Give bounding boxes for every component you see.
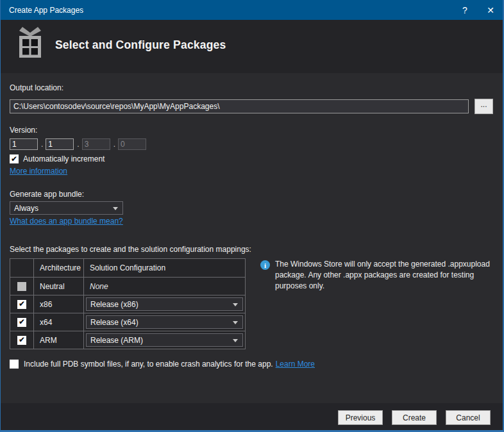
configuration-selected-value: Release (x64) — [90, 318, 139, 327]
version-field-1[interactable] — [10, 138, 38, 150]
version-field-4 — [118, 138, 146, 150]
info-note: The Windows Store will only accept the g… — [260, 259, 496, 292]
help-button[interactable]: ? — [453, 0, 477, 20]
create-button[interactable]: Create — [392, 410, 437, 425]
browse-button[interactable]: ... — [475, 99, 493, 114]
app-bundle-help-link[interactable]: What does an app bundle mean? — [10, 217, 123, 226]
package-checkbox-neutral — [17, 282, 26, 291]
packages-table-header-row: Architecture Solution Configuration — [10, 259, 246, 278]
learn-more-link[interactable]: Learn More — [276, 360, 315, 369]
previous-button[interactable]: Previous — [338, 410, 383, 425]
table-row-arm: ARMRelease (ARM) — [10, 331, 246, 349]
auto-increment-row: Automatically increment — [10, 154, 105, 163]
configuration-cell: Release (ARM) — [84, 331, 246, 349]
configuration-cell: Release (x64) — [84, 313, 246, 331]
table-row-x86: x86Release (x86) — [10, 295, 246, 313]
architecture-cell: x86 — [34, 295, 84, 313]
architecture-cell: ARM — [34, 331, 84, 349]
close-button[interactable]: ✕ — [477, 0, 504, 20]
chevron-down-icon — [113, 207, 118, 210]
window-controls: ? ✕ — [453, 0, 504, 20]
dialog-footer: PreviousCreateCancel — [1, 403, 503, 430]
configuration-none-value: None — [90, 282, 108, 291]
table-row-neutral: NeutralNone — [10, 278, 246, 295]
configuration-dropdown-x86[interactable]: Release (x86) — [86, 297, 243, 311]
configuration-cell: None — [84, 278, 246, 295]
pdb-symbols-label: Include full PDB symbol files, if any, t… — [24, 360, 273, 369]
dialog-content: Output location: ... Version: ... Automa… — [1, 73, 503, 401]
auto-increment-label: Automatically increment — [23, 154, 105, 163]
packages-table-label: Select the packages to create and the so… — [10, 245, 251, 254]
auto-increment-checkbox[interactable] — [10, 154, 19, 163]
app-bundle-selected-value: Always — [14, 204, 38, 213]
version-field-3 — [82, 138, 110, 150]
version-separator: . — [113, 140, 115, 149]
version-fields: ... — [10, 138, 146, 150]
architecture-cell: x64 — [34, 313, 84, 331]
cancel-button[interactable]: Cancel — [446, 410, 491, 425]
gift-package-icon — [15, 25, 46, 62]
version-separator: . — [77, 140, 79, 149]
page-title: Select and Configure Packages — [55, 38, 226, 52]
version-field-2[interactable] — [46, 138, 74, 150]
output-location-input[interactable] — [10, 99, 469, 113]
column-header-architecture: Architecture — [34, 259, 84, 278]
column-header-solution-configuration: Solution Configuration — [84, 259, 246, 278]
app-bundle-dropdown[interactable]: Always — [10, 201, 123, 215]
info-icon — [260, 260, 270, 270]
configuration-selected-value: Release (ARM) — [90, 336, 143, 345]
configuration-dropdown-x64[interactable]: Release (x64) — [86, 315, 243, 329]
column-header-select — [10, 259, 34, 278]
configuration-dropdown-arm[interactable]: Release (ARM) — [86, 333, 243, 347]
package-checkbox-x64[interactable] — [17, 318, 26, 327]
version-separator: . — [41, 140, 43, 149]
pdb-symbols-checkbox[interactable] — [10, 360, 19, 369]
table-row-x64: x64Release (x64) — [10, 313, 246, 331]
configuration-selected-value: Release (x86) — [90, 300, 139, 309]
chevron-down-icon — [233, 321, 238, 324]
output-location-label: Output location: — [10, 83, 63, 92]
generate-app-bundle-label: Generate app bundle: — [10, 190, 84, 199]
chevron-down-icon — [233, 303, 238, 306]
pdb-row: Include full PDB symbol files, if any, t… — [10, 360, 315, 369]
chevron-down-icon — [233, 339, 238, 342]
version-label: Version: — [10, 126, 37, 135]
more-information-link[interactable]: More information — [10, 167, 67, 176]
window-title: Create App Packages — [9, 6, 83, 15]
package-checkbox-x86[interactable] — [17, 300, 26, 309]
configuration-cell: Release (x86) — [84, 295, 246, 313]
package-checkbox-arm[interactable] — [17, 336, 26, 345]
info-note-text: The Windows Store will only accept the g… — [275, 259, 496, 292]
wizard-header: Select and Configure Packages — [1, 20, 503, 73]
create-app-packages-dialog: Create App Packages ? ✕ Select and Confi… — [0, 0, 504, 432]
packages-table: Architecture Solution Configuration Neut… — [10, 258, 246, 349]
title-bar: Create App Packages ? ✕ — [0, 0, 504, 20]
architecture-cell: Neutral — [34, 278, 84, 295]
